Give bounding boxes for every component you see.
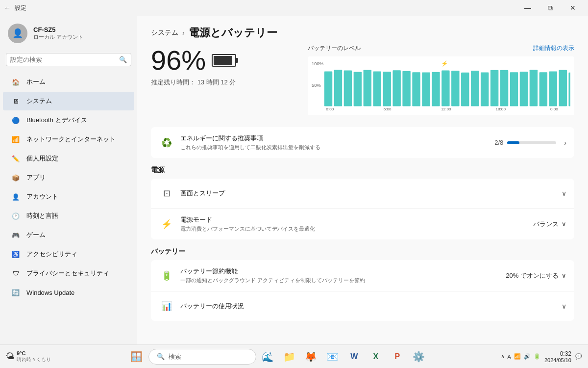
weather-widget: 🌤 9°C 晴れ時々くもり <box>6 350 51 363</box>
chart-detail-link[interactable]: 詳細情報の表示 <box>533 44 574 53</box>
titlebar-left: ← 設定 <box>4 4 26 12</box>
clock[interactable]: 0:32 2024/05/10 <box>544 350 571 363</box>
app-title: 設定 <box>15 4 26 12</box>
nav-icon-accounts: 👤 <box>11 192 21 202</box>
power-mode-dropdown[interactable]: バランス ∨ <box>533 220 566 229</box>
system-tray: ∧ A 📶 🔊 🔋 <box>501 353 540 360</box>
svg-rect-7 <box>373 71 381 106</box>
search-input[interactable] <box>10 56 116 63</box>
energy-progress-bar <box>507 141 556 144</box>
nav-icon-bluetooth: 🔵 <box>11 115 21 125</box>
svg-text:18:00: 18:00 <box>495 107 506 111</box>
taskbar-app-widgets[interactable]: 🌊 <box>258 347 278 367</box>
battery-saver-row[interactable]: 🔋 バッテリー節約機能 一部の通知とバックグラウンド アクティビティを制限してバ… <box>151 260 574 291</box>
taskbar-app-excel[interactable]: X <box>366 347 386 367</box>
svg-text:0:00: 0:00 <box>550 107 558 111</box>
power-mode-row[interactable]: ⚡ 電源モード 電力消費とパフォーマンスに基づいてデバイスを最適化 バランス ∨ <box>151 209 574 239</box>
energy-progress-fill <box>507 141 519 144</box>
sidebar-item-bluetooth[interactable]: 🔵 Bluetooth とデバイス <box>3 111 134 130</box>
weather-desc: 晴れ時々くもり <box>17 356 51 363</box>
sidebar-item-time[interactable]: 🕐 時刻と言語 <box>3 207 134 225</box>
battery-percent-display: 96% <box>151 44 298 76</box>
tray-volume[interactable]: 🔊 <box>524 353 531 360</box>
tray-wifi[interactable]: 📶 <box>514 353 521 360</box>
nav-label-windows-update: Windows Update <box>26 289 126 296</box>
weather-info: 9°C 晴れ時々くもり <box>17 350 51 363</box>
nav-icon-apps: 📦 <box>11 173 21 183</box>
svg-rect-2 <box>324 71 332 106</box>
energy-recommendations-row[interactable]: ♻️ エネルギーに関する推奨事項 これらの推奨事項を適用して二酸化炭素排出量を削… <box>151 127 574 158</box>
close-button[interactable]: ✕ <box>562 0 584 16</box>
titlebar-controls: — ⧉ ✕ <box>516 0 584 16</box>
tray-expand[interactable]: ∧ <box>501 353 505 360</box>
sidebar-item-accounts[interactable]: 👤 アカウント <box>3 187 134 206</box>
nav-icon-privacy: 🛡 <box>11 268 21 278</box>
nav-label-apps: アプリ <box>26 173 126 182</box>
breadcrumb-parent: システム <box>151 28 178 37</box>
sidebar-item-accessibility[interactable]: ♿ アクセシビリティ <box>3 245 134 263</box>
energy-text: エネルギーに関する推奨事項 これらの推奨事項を適用して二酸化炭素排出量を削減する <box>180 134 494 151</box>
taskbar-search-icon: 🔍 <box>157 353 165 360</box>
sidebar-item-windows-update[interactable]: 🔄 Windows Update <box>3 283 134 302</box>
power-mode-value: バランス <box>533 220 559 229</box>
battery-saver-value: 20% でオンにする <box>506 271 559 280</box>
sidebar-item-system[interactable]: 🖥 システム <box>3 92 134 110</box>
sidebar-item-privacy[interactable]: 🛡 プライバシーとセキュリティ <box>3 264 134 283</box>
battery-section-title: バッテリー <box>151 247 574 256</box>
sidebar-item-network[interactable]: 📶 ネットワークとインターネット <box>3 130 134 149</box>
nav-icon-network: 📶 <box>11 134 21 144</box>
nav-icon-gaming: 🎮 <box>11 230 21 240</box>
taskbar-app-word[interactable]: W <box>344 347 364 367</box>
sidebar-item-apps[interactable]: 📦 アプリ <box>3 168 134 187</box>
breadcrumb-current: 電源とバッテリー <box>189 26 277 40</box>
sidebar-item-home[interactable]: 🏠 ホーム <box>3 73 134 91</box>
svg-text:100%: 100% <box>312 62 323 66</box>
nav-label-privacy: プライバシーとセキュリティ <box>26 269 126 278</box>
nav-label-system: システム <box>26 97 126 105</box>
avatar: 👤 <box>8 24 27 43</box>
svg-rect-10 <box>402 71 410 106</box>
taskbar-app-ppt[interactable]: P <box>388 347 407 367</box>
battery-saver-title: バッテリー節約機能 <box>180 267 506 276</box>
user-section: 👤 CF-SZ5 ローカル アカウント <box>0 16 137 53</box>
battery-time-label: 推定残り時間： <box>151 79 196 86</box>
chart-area: 100% 50% ⚡ 0:00 6:00 12:00 18:00 0:00 <box>308 56 574 115</box>
sidebar-item-gaming[interactable]: 🎮 ゲーム <box>3 226 134 244</box>
energy-score: 2/8 <box>494 139 503 146</box>
screen-sleep-title: 画面とスリープ <box>180 189 558 198</box>
search-icon: 🔍 <box>119 56 127 63</box>
tray-font: A <box>508 354 511 360</box>
taskbar-search-label: 検索 <box>169 352 181 361</box>
battery-saver-icon: 🔋 <box>159 268 174 284</box>
battery-card: 🔋 バッテリー節約機能 一部の通知とバックグラウンド アクティビティを制限してバ… <box>151 260 574 321</box>
tray-battery[interactable]: 🔋 <box>534 353 540 360</box>
svg-text:50%: 50% <box>312 83 321 88</box>
back-button[interactable]: ← <box>4 4 11 12</box>
sidebar-item-personalize[interactable]: ✏️ 個人用設定 <box>3 149 134 168</box>
screen-sleep-row[interactable]: ⊡ 画面とスリープ ∨ <box>151 179 574 209</box>
taskbar-app-settings[interactable]: ⚙️ <box>409 347 429 367</box>
taskbar-app-edge[interactable]: 🦊 <box>301 347 321 367</box>
power-card: ⊡ 画面とスリープ ∨ ⚡ 電源モード 電力消費とパフォーマンスに基づいてデバイ… <box>151 179 574 239</box>
taskbar-app-files[interactable]: 📁 <box>280 347 299 367</box>
svg-text:⚡: ⚡ <box>441 60 448 67</box>
sidebar: 👤 CF-SZ5 ローカル アカウント 🔍 🏠 ホーム 🖥 システム 🔵 Blu… <box>0 16 137 344</box>
notifications-icon[interactable]: 💬 <box>575 353 582 360</box>
nav-icon-accessibility: ♿ <box>11 249 21 259</box>
svg-rect-21 <box>510 72 518 106</box>
sidebar-search[interactable]: 🔍 <box>6 53 131 66</box>
taskbar-search[interactable]: 🔍 検索 <box>148 349 256 365</box>
taskbar-app-mail[interactable]: 📧 <box>323 347 343 367</box>
battery-saver-dropdown[interactable]: 20% でオンにする ∨ <box>506 271 566 280</box>
minimize-button[interactable]: — <box>516 0 539 16</box>
battery-usage-right: ∨ <box>558 302 566 310</box>
svg-rect-6 <box>364 70 371 106</box>
svg-rect-4 <box>344 70 352 106</box>
battery-chart-svg: 100% 50% ⚡ 0:00 6:00 12:00 18:00 0:00 <box>312 60 570 111</box>
svg-rect-19 <box>490 70 498 106</box>
battery-usage-chevron: ∨ <box>562 302 566 310</box>
weather-icon: 🌤 <box>6 351 15 362</box>
maximize-button[interactable]: ⧉ <box>539 0 562 16</box>
start-button[interactable]: 🪟 <box>127 347 147 367</box>
battery-usage-row[interactable]: 📊 バッテリーの使用状況 ∨ <box>151 291 574 321</box>
